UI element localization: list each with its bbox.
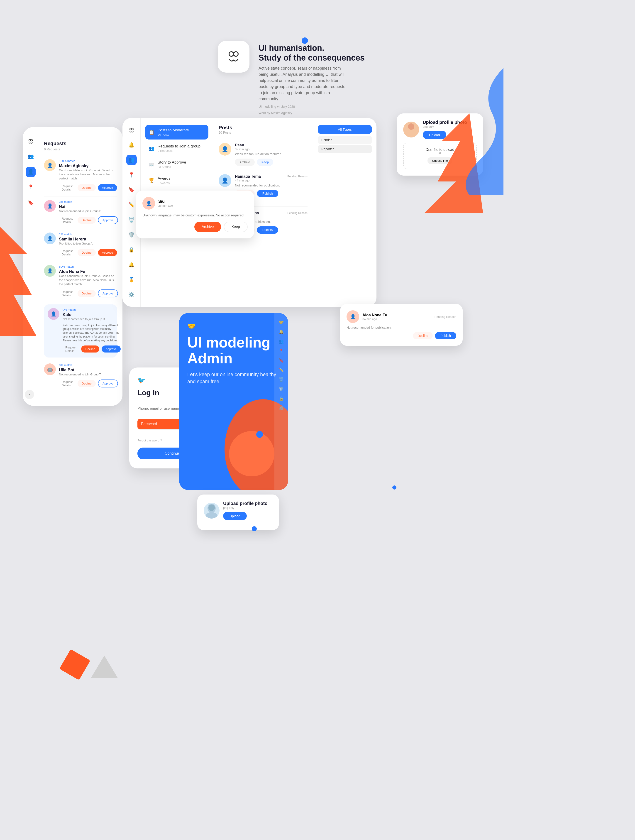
sidebar-trash[interactable]: 🗑️: [126, 215, 137, 225]
posts-header: Posts 20 Posts: [219, 125, 307, 134]
nav-icon-awards: 🏆: [149, 178, 154, 183]
nav-icon-posts: 📋: [149, 129, 154, 135]
decline-btn-ulia[interactable]: Decline: [77, 380, 96, 387]
pending-tag-onero: Pending Reason: [287, 212, 307, 215]
nav-label-story: Story to Approve 23 Stories: [158, 160, 186, 169]
desc-samila: Prohibited to join Group A.: [59, 242, 117, 246]
approve-btn-3[interactable]: Approve: [98, 249, 117, 256]
sidebar-users-active[interactable]: 👥: [126, 155, 137, 165]
siu-time: 26 min ago: [158, 204, 173, 207]
decline-btn-aloa[interactable]: Decline: [413, 332, 433, 339]
nav-label-requests: Requests to Join a group 9 Requests: [158, 144, 200, 152]
nav-sub-awards: 3 Awards: [158, 181, 170, 185]
sidebar-badge[interactable]: 🏅: [126, 275, 137, 285]
sidebar-settings[interactable]: ⚙️: [126, 289, 137, 300]
filter-pended[interactable]: Pended: [318, 136, 372, 144]
app-logo: [218, 41, 249, 73]
svg-point-1: [233, 52, 238, 56]
approve-btn-2[interactable]: Approve: [98, 216, 118, 224]
approve-btn-1[interactable]: Approve: [98, 184, 117, 191]
publish-btn-onero[interactable]: Publish: [257, 226, 278, 234]
match-ulia: 0% match: [59, 363, 118, 367]
upload-card-bottom: Upload profile photo png only Upload: [197, 494, 279, 530]
post-card-pean: 👤 Pean 37 min ago Weak reason. No action…: [219, 139, 307, 170]
keep-btn-siu[interactable]: Keep: [224, 222, 247, 232]
avatar-aloa: 👤: [44, 265, 56, 277]
filter-all-types[interactable]: All Types: [318, 125, 372, 134]
sidebar-bookmark-admin[interactable]: 🔖: [126, 185, 137, 195]
orange-arrow-left: [0, 227, 36, 336]
approve-btn-4[interactable]: Approve: [98, 289, 118, 297]
request-details-3[interactable]: Request Details: [59, 248, 75, 257]
back-btn[interactable]: ‹: [25, 390, 34, 399]
approve-btn-kalo[interactable]: Approve: [102, 346, 121, 352]
decline-btn-2[interactable]: Decline: [77, 216, 96, 224]
nav-label-text-requests: Requests to Join a group: [158, 144, 200, 148]
sidebar-icon-users[interactable]: 👥: [26, 152, 36, 161]
post-name-namaga: Namaga Tema: [235, 174, 261, 179]
nav-posts-moderate[interactable]: 📋 Posts to Moderate 20 Posts: [145, 125, 208, 139]
sidebar-pencil[interactable]: ✏️: [126, 200, 137, 210]
name-samila: Samila Herera: [59, 237, 117, 242]
filter-reported[interactable]: Reported: [318, 145, 372, 153]
post-time-namaga: 44 min ago: [235, 179, 307, 182]
request-details-2[interactable]: Request Details: [59, 215, 75, 225]
request-details-kalo[interactable]: Request Details: [63, 344, 79, 354]
avatar-siu: 👤: [142, 197, 155, 210]
request-info-2: 3% match Nai Not recomended to join Grou…: [59, 200, 118, 225]
request-card-ulia: 🤖 0% match Ulia Bot Not recomended to jo…: [44, 360, 117, 392]
archive-btn-pean[interactable]: Archive: [235, 159, 255, 166]
nav-sub-posts: 20 Posts: [158, 133, 189, 136]
decline-btn-4[interactable]: Decline: [77, 290, 96, 297]
avatar-kalo: 👤: [47, 308, 60, 320]
promo-content: 🤝 UI modeling Admin Let's keep our onlin…: [179, 313, 288, 490]
archive-btn-siu[interactable]: Archive: [194, 222, 221, 232]
svg-point-8: [408, 123, 414, 130]
nav-sub-requests: 9 Requests: [158, 149, 200, 152]
sidebar-bell[interactable]: 🔔: [126, 140, 137, 150]
avatar-ulia: 🤖: [44, 363, 56, 375]
upload-btn-bottom[interactable]: Upload: [223, 512, 247, 520]
aloa-time-label: 34 min ago: [362, 317, 388, 321]
header-desc: Active state concept. Tears of happiness…: [258, 65, 349, 102]
decline-btn-3[interactable]: Decline: [77, 249, 96, 256]
siu-reason: Unknown language, may be custom expressi…: [142, 213, 247, 218]
request-details-ulia[interactable]: Request Details: [59, 379, 75, 388]
publish-btn-namaga[interactable]: Publish: [257, 190, 278, 197]
sidebar-map[interactable]: 📍: [126, 170, 137, 180]
sidebar-notification[interactable]: 🔔: [126, 259, 137, 270]
publish-btn-aloa[interactable]: Publish: [435, 332, 456, 339]
nav-label-text-posts: Posts to Moderate: [158, 128, 189, 133]
posts-sub: 20 Posts: [219, 131, 232, 134]
actions-maxim: Request Details Decline Approve: [59, 183, 117, 193]
decline-btn-1[interactable]: Decline: [77, 184, 96, 191]
request-card-3: 👤 1% match Samila Herera Prohibited to j…: [44, 229, 117, 261]
nav-story-approve[interactable]: 📖 Story to Approve 23 Stories: [145, 157, 208, 172]
sidebar-icon-bookmark[interactable]: 🔖: [26, 198, 36, 208]
decline-btn-kalo[interactable]: Decline: [81, 346, 99, 352]
siu-header: 👤 Siu 26 min ago: [142, 197, 247, 210]
header-section: UI humanisation. Study of the consequenc…: [218, 41, 365, 115]
match-nai: 3% match: [59, 200, 118, 204]
desc-maxim: Good candidate to join Group A. Based on…: [59, 168, 117, 181]
deco-blue-dot-promo: [252, 526, 257, 531]
actions-nai: Request Details Decline Approve: [59, 215, 118, 225]
sidebar-icon-active[interactable]: 👤: [26, 167, 36, 177]
desc-aloa: Good candidate to join Group A. Based on…: [59, 274, 118, 286]
nav-requests-join[interactable]: 👥 Requests to Join a group 9 Requests: [145, 141, 208, 156]
keep-btn-pean[interactable]: Keep: [257, 159, 274, 166]
sidebar-lock[interactable]: 🔒: [126, 245, 137, 255]
request-details-4[interactable]: Request Details: [59, 289, 75, 298]
nav-awards[interactable]: 🏆 Awards 3 Awards: [145, 173, 208, 188]
post-info-pean: Pean 37 min ago Weak reason. No action r…: [235, 143, 307, 166]
request-details-1[interactable]: Request Details: [59, 183, 75, 193]
sidebar-shield[interactable]: 🛡️: [126, 230, 137, 240]
aloa-actions: Decline Publish: [347, 332, 456, 339]
post-name-pean: Pean: [235, 143, 307, 147]
approve-btn-ulia[interactable]: Approve: [98, 379, 118, 387]
request-info-3: 1% match Samila Herera Prohibited to joi…: [59, 232, 117, 257]
sidebar-icon-location[interactable]: 📍: [26, 182, 36, 193]
request-card-kalo: 👤 0% match Kalo Not recomended to join G…: [44, 305, 117, 357]
header-text: UI humanisation. Study of the consequenc…: [258, 41, 365, 115]
desc-nai: Not recomended to join Group B.: [59, 209, 118, 213]
